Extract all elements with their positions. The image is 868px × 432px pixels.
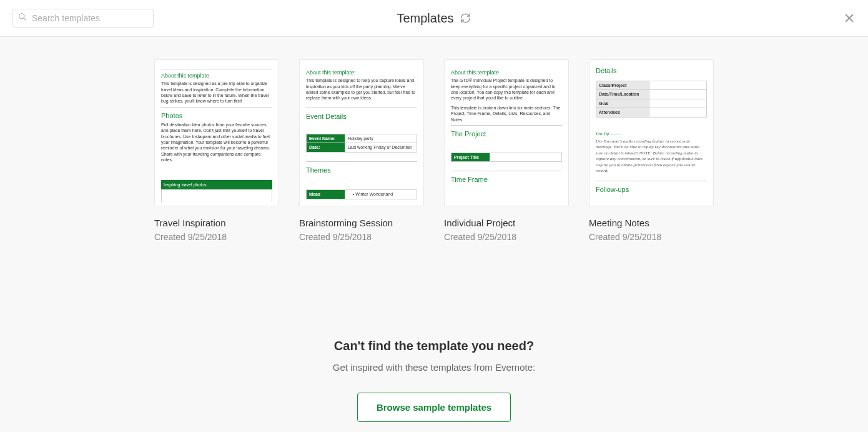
preview-label: Class/Project bbox=[596, 81, 649, 89]
template-created: Created 9/25/2018 bbox=[589, 232, 714, 242]
svg-point-0 bbox=[19, 14, 24, 19]
search-input[interactable] bbox=[32, 13, 148, 23]
template-preview: About this template: This template is de… bbox=[299, 59, 424, 206]
preview-heading: Photos bbox=[161, 111, 272, 121]
preview-heading: Themes bbox=[306, 166, 417, 175]
template-created: Created 9/25/2018 bbox=[299, 232, 424, 242]
preview-heading: Details bbox=[596, 66, 707, 76]
template-card[interactable]: About this template: This template is de… bbox=[299, 59, 424, 242]
preview-heading: About this template bbox=[161, 72, 272, 79]
preview-text: Use Evernote's audio recording feature t… bbox=[596, 139, 707, 174]
preview-value: Last working Friday of December bbox=[345, 143, 417, 152]
preview-label: Date/Time/Location bbox=[596, 90, 649, 99]
preview-label: Event Name: bbox=[307, 134, 345, 143]
template-title: Travel Inspiration bbox=[154, 218, 279, 228]
footer-subtext: Get inspired with these templates from E… bbox=[0, 362, 868, 373]
template-preview: Details Class/Project Date/Time/Location… bbox=[589, 59, 714, 206]
search-container[interactable] bbox=[12, 9, 154, 28]
template-title: Brainstorming Session bbox=[299, 218, 424, 228]
preview-heading: About this template: bbox=[306, 69, 417, 76]
page-title: Templates bbox=[397, 11, 453, 26]
preview-text: The GTD® Individual Project template is … bbox=[451, 78, 562, 101]
preview-label: Ideas bbox=[307, 190, 345, 199]
search-icon bbox=[18, 13, 27, 24]
template-card[interactable]: About this template This template is des… bbox=[154, 59, 279, 242]
template-title: Meeting Notes bbox=[589, 218, 714, 228]
browse-templates-button[interactable]: Browse sample templates bbox=[357, 393, 511, 422]
preview-heading: The Project bbox=[451, 129, 562, 139]
preview-bar: Inspiring travel photos: bbox=[161, 180, 272, 189]
preview-value: Holiday party bbox=[345, 134, 417, 143]
preview-text: This template is designed as a pre-trip … bbox=[161, 81, 272, 104]
template-created: Created 9/25/2018 bbox=[154, 232, 279, 242]
preview-heading: Time Frame bbox=[451, 175, 562, 184]
footer-heading: Can't find the template you need? bbox=[0, 339, 868, 353]
preview-label: Attendees bbox=[596, 108, 649, 117]
template-card[interactable]: Details Class/Project Date/Time/Location… bbox=[589, 59, 714, 242]
svg-line-1 bbox=[24, 18, 26, 21]
preview-label: Goal bbox=[596, 99, 649, 108]
preview-protip-label: Pro-Tip ——— bbox=[596, 131, 707, 137]
preview-text: Pull destination idea photos from your f… bbox=[161, 122, 272, 163]
preview-heading: Event Details bbox=[306, 112, 417, 121]
template-created: Created 9/25/2018 bbox=[444, 232, 569, 242]
preview-heading: About this template bbox=[451, 69, 562, 76]
templates-grid: About this template This template is des… bbox=[25, 59, 843, 242]
header: Templates bbox=[0, 0, 868, 37]
preview-text: This template is broken down into six ma… bbox=[451, 105, 562, 123]
preview-heading: Follow-ups bbox=[596, 185, 707, 194]
preview-label: Date: bbox=[307, 143, 345, 152]
refresh-icon[interactable] bbox=[460, 13, 471, 24]
template-card[interactable]: About this template The GTD® Individual … bbox=[444, 59, 569, 242]
template-title: Individual Project bbox=[444, 218, 569, 228]
preview-label: Project Title bbox=[451, 153, 490, 162]
template-preview: About this template The GTD® Individual … bbox=[444, 59, 569, 206]
close-button[interactable] bbox=[843, 12, 856, 24]
footer: Can't find the template you need? Get in… bbox=[0, 339, 868, 432]
template-preview: About this template This template is des… bbox=[154, 59, 279, 206]
preview-text: This template is designed to help you ca… bbox=[306, 78, 417, 101]
preview-value: • Winter Wonderland bbox=[345, 190, 417, 199]
